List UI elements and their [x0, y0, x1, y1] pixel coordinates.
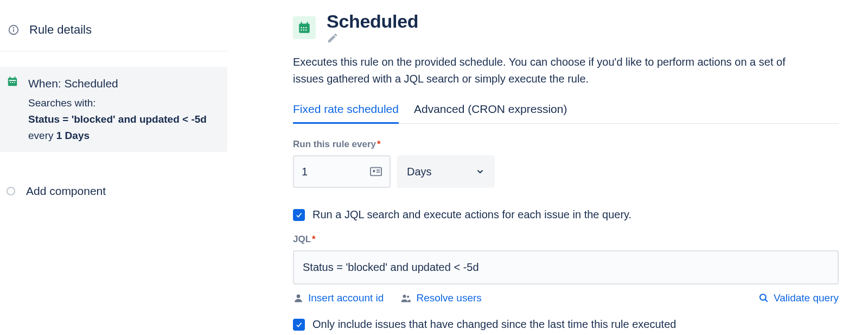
- description-text: Executes this rule on the provided sched…: [293, 54, 803, 87]
- interval-label-text: Run this rule every: [293, 139, 376, 149]
- page-title: Scheduled: [327, 11, 418, 31]
- search-icon: [758, 293, 769, 304]
- svg-rect-22: [376, 169, 380, 170]
- tab-cron[interactable]: Advanced (CRON expression): [414, 103, 567, 124]
- tab-fixed-rate[interactable]: Fixed rate scheduled: [293, 103, 399, 124]
- only-changed-label: Only include issues that have changed si…: [312, 318, 676, 331]
- svg-rect-7: [9, 80, 16, 81]
- svg-rect-10: [14, 82, 15, 83]
- svg-rect-6: [15, 77, 16, 79]
- divider: [0, 51, 227, 52]
- svg-rect-5: [10, 77, 11, 79]
- person-icon: [293, 293, 304, 304]
- trigger-node-scheduled[interactable]: When: Scheduled Searches with: Status = …: [0, 67, 227, 152]
- jql-checkbox-label: Run a JQL search and execute actions for…: [312, 208, 631, 221]
- insert-account-id-label: Insert account id: [308, 292, 384, 304]
- interval-unit-text: Days: [407, 166, 432, 178]
- validate-query-label: Validate query: [774, 292, 839, 304]
- trigger-query: Status = 'blocked' and updated < -5d: [28, 113, 207, 125]
- rule-details-label: Rule details: [29, 23, 92, 37]
- jql-input[interactable]: Status = 'blocked' and updated < -5d: [293, 250, 839, 285]
- jql-input-value: Status = 'blocked' and updated < -5d: [303, 261, 479, 273]
- trigger-title: When: Scheduled: [28, 74, 219, 93]
- only-changed-checkbox[interactable]: [293, 319, 305, 331]
- add-component-label: Add component: [26, 185, 106, 198]
- interval-label: Run this rule every*: [293, 139, 839, 150]
- schedule-tabs: Fixed rate scheduled Advanced (CRON expr…: [293, 103, 839, 124]
- trigger-search-prefix: Searches with:: [28, 95, 219, 111]
- svg-rect-23: [376, 172, 380, 173]
- calendar-icon: [7, 75, 18, 87]
- people-icon: [400, 293, 412, 304]
- jql-search-checkbox[interactable]: [293, 209, 305, 221]
- rule-details-header[interactable]: Rule details: [0, 0, 227, 51]
- interval-unit-select[interactable]: Days: [397, 155, 495, 188]
- svg-rect-15: [303, 27, 304, 28]
- svg-rect-8: [10, 82, 11, 83]
- chevron-down-icon: [475, 167, 485, 176]
- svg-point-24: [297, 294, 301, 298]
- svg-rect-16: [305, 27, 307, 28]
- svg-rect-9: [12, 82, 13, 83]
- svg-line-28: [765, 300, 767, 302]
- insert-account-id-button[interactable]: Insert account id: [293, 292, 384, 304]
- resolve-users-label: Resolve users: [416, 292, 481, 304]
- svg-rect-18: [303, 29, 304, 30]
- validate-query-button[interactable]: Validate query: [758, 292, 839, 304]
- pencil-icon[interactable]: [327, 32, 423, 44]
- svg-rect-12: [301, 22, 302, 24]
- interval-value-input[interactable]: 1: [293, 155, 391, 188]
- info-icon: [8, 24, 20, 36]
- svg-rect-17: [301, 29, 302, 30]
- jql-label-text: JQL: [293, 234, 311, 244]
- trigger-interval-prefix: every: [28, 130, 53, 141]
- resolve-users-button[interactable]: Resolve users: [400, 292, 481, 304]
- id-card-icon: [370, 167, 382, 176]
- add-node-icon: [7, 187, 15, 195]
- add-component-button[interactable]: Add component: [0, 185, 227, 198]
- svg-point-26: [407, 295, 410, 298]
- interval-value-text: 1: [302, 166, 308, 178]
- svg-rect-14: [301, 27, 302, 28]
- svg-point-27: [760, 294, 766, 300]
- svg-rect-19: [305, 29, 307, 30]
- jql-label: JQL*: [293, 234, 839, 245]
- svg-point-2: [14, 28, 14, 28]
- svg-rect-13: [307, 22, 308, 24]
- svg-rect-11: [299, 23, 310, 33]
- svg-point-21: [373, 170, 375, 173]
- calendar-icon: [293, 16, 316, 39]
- svg-point-25: [403, 295, 406, 298]
- trigger-interval-value: 1 Days: [56, 130, 90, 141]
